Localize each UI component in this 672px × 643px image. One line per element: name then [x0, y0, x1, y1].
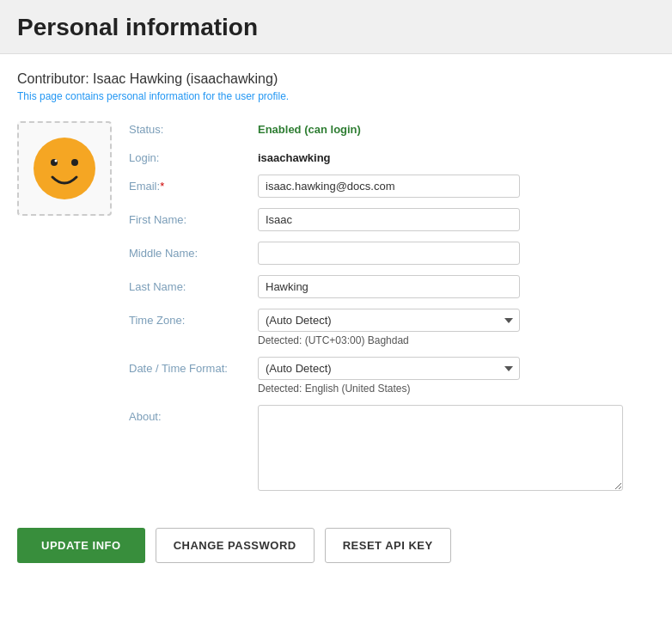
login-value: isaachawking [258, 146, 655, 164]
status-value: Enabled (can login) [258, 118, 655, 136]
page-content: Contributor: Isaac Hawking (isaachawking… [0, 54, 672, 580]
avatar-container [17, 121, 112, 216]
middlename-label: Middle Name: [129, 242, 258, 260]
login-row: Login: isaachawking [129, 146, 655, 164]
timezone-label: Time Zone: [129, 309, 258, 327]
email-field[interactable] [258, 175, 520, 198]
firstname-label: First Name: [129, 208, 258, 226]
svg-point-0 [34, 138, 95, 199]
update-info-button[interactable]: UPDATE INFO [17, 528, 145, 563]
status-row: Status: Enabled (can login) [129, 118, 655, 136]
contributor-subtitle: This page contains personal information … [17, 90, 655, 102]
status-label: Status: [129, 118, 258, 136]
about-field[interactable] [258, 405, 623, 491]
lastname-label: Last Name: [129, 275, 258, 293]
lastname-field[interactable] [258, 275, 520, 298]
datetime-label: Date / Time Format: [129, 357, 258, 375]
lastname-row: Last Name: [129, 275, 655, 298]
svg-point-3 [55, 160, 58, 162]
firstname-field[interactable] [258, 208, 520, 231]
email-row: Email: [129, 175, 655, 198]
reset-api-key-button[interactable]: RESET API KEY [325, 528, 451, 563]
timezone-select-wrapper: (Auto Detect) [258, 309, 520, 332]
contributor-title: Contributor: Isaac Hawking (isaachawking… [17, 71, 655, 87]
timezone-select[interactable]: (Auto Detect) [258, 309, 520, 332]
datetime-detected: Detected: English (United States) [258, 383, 655, 395]
profile-section: Status: Enabled (can login) Login: isaac… [17, 118, 655, 504]
form-section: Status: Enabled (can login) Login: isaac… [129, 118, 655, 504]
change-password-button[interactable]: CHANGE PASSWORD [156, 528, 315, 563]
avatar [30, 134, 99, 203]
about-label: About: [129, 405, 258, 423]
middlename-row: Middle Name: [129, 242, 655, 265]
timezone-row: Time Zone: (Auto Detect) Detected: (UTC+… [129, 309, 655, 346]
middlename-field[interactable] [258, 242, 520, 265]
datetime-row: Date / Time Format: (Auto Detect) Detect… [129, 357, 655, 395]
login-label: Login: [129, 146, 258, 164]
about-row: About: [129, 405, 655, 493]
datetime-select-wrapper: (Auto Detect) [258, 357, 520, 380]
svg-point-2 [71, 159, 78, 166]
page-wrapper: Personal information Contributor: Isaac … [0, 0, 672, 643]
page-title: Personal information [17, 14, 655, 41]
timezone-detected: Detected: (UTC+03:00) Baghdad [258, 334, 655, 346]
buttons-section: UPDATE INFO CHANGE PASSWORD RESET API KE… [17, 528, 655, 563]
datetime-select[interactable]: (Auto Detect) [258, 357, 520, 380]
firstname-row: First Name: [129, 208, 655, 231]
email-label: Email: [129, 175, 258, 193]
page-header: Personal information [0, 0, 672, 54]
